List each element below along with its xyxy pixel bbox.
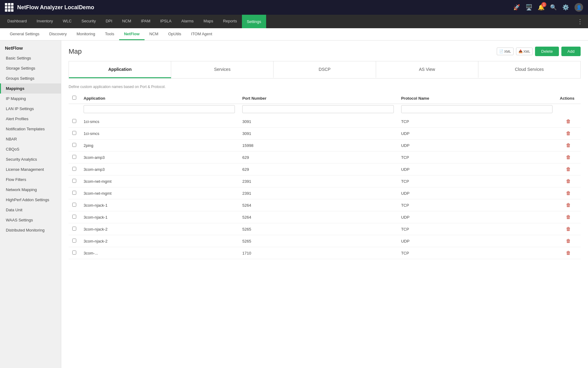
sub-nav-item-oputils[interactable]: OpUtils	[163, 28, 186, 40]
row-delete-icon-0[interactable]: 🗑	[566, 119, 571, 124]
nav-more-icon[interactable]: ⋮	[575, 18, 586, 25]
xml-export-button[interactable]: 📄 XML	[497, 48, 514, 55]
nav-item-reports[interactable]: Reports	[218, 15, 242, 28]
sidebar-item-network[interactable]: Network Mapping	[0, 185, 61, 195]
sub-nav-item-discovery[interactable]: Discovery	[44, 28, 72, 40]
row-delete-icon-1[interactable]: 🗑	[566, 131, 571, 136]
sidebar-item-license[interactable]: License Management	[0, 164, 61, 174]
row-protocol-11: TCP	[398, 247, 556, 259]
row-delete-icon-7[interactable]: 🗑	[566, 202, 571, 208]
row-checkbox-7[interactable]	[72, 203, 76, 207]
top-bar-left: NetFlow Analyzer LocalDemo	[5, 3, 94, 12]
bell-alert-icon[interactable]: 🔔 1	[538, 4, 545, 11]
avatar[interactable]: 👤	[575, 3, 583, 12]
row-checkbox-5[interactable]	[72, 179, 76, 183]
row-checkbox-8[interactable]	[72, 215, 76, 219]
sidebar-item-storage[interactable]: Storage Settings	[0, 63, 61, 73]
row-checkbox-3[interactable]	[72, 155, 76, 159]
nav-item-dpi[interactable]: DPI	[101, 15, 117, 28]
nav-item-inventory[interactable]: Inventory	[32, 15, 58, 28]
row-delete-icon-11[interactable]: 🗑	[566, 250, 571, 255]
nav-item-ipsla[interactable]: IPSLA	[155, 15, 176, 28]
monitor-icon[interactable]: 🖥️	[526, 4, 532, 11]
sub-nav-item-general[interactable]: General Settings	[5, 28, 44, 40]
table-row: 2ping 15998 UDP 🗑	[69, 140, 581, 151]
row-delete-icon-6[interactable]: 🗑	[566, 190, 571, 196]
sidebar-item-ipmapping[interactable]: IP Mapping	[0, 94, 61, 104]
sidebar-item-highperf[interactable]: HighPerf Addon Settings	[0, 195, 61, 205]
row-delete-icon-10[interactable]: 🗑	[566, 238, 571, 243]
sub-nav: General SettingsDiscoveryMonitoringTools…	[0, 28, 588, 40]
nav-item-ncm[interactable]: NCM	[117, 15, 136, 28]
rocket-icon[interactable]: 🚀	[513, 4, 520, 11]
sidebar-item-flow[interactable]: Flow Filters	[0, 174, 61, 185]
row-delete-icon-9[interactable]: 🗑	[566, 226, 571, 232]
row-application-1: 1ci-smcs	[80, 128, 239, 140]
nav-item-settings[interactable]: Settings	[242, 15, 266, 28]
row-protocol-5: TCP	[398, 175, 556, 187]
delete-button[interactable]: Delete	[535, 47, 559, 56]
sidebar-item-security[interactable]: Security Analytics	[0, 154, 61, 164]
row-delete-icon-4[interactable]: 🗑	[566, 167, 571, 172]
row-checkbox-0[interactable]	[72, 119, 76, 123]
row-checkbox-6[interactable]	[72, 191, 76, 195]
table-row: 3com-amp3 629 TCP 🗑	[69, 151, 581, 163]
nav-item-ipam[interactable]: IPAM	[136, 15, 155, 28]
table-row: 1ci-smcs 3091 UDP 🗑	[69, 128, 581, 140]
row-checkbox-2[interactable]	[72, 143, 76, 147]
app-title: NetFlow Analyzer LocalDemo	[17, 4, 94, 11]
row-checkbox-4[interactable]	[72, 167, 76, 171]
row-delete-icon-2[interactable]: 🗑	[566, 143, 571, 148]
row-application-4: 3com-amp3	[80, 163, 239, 175]
table-row: 1ci-smcs 3091 TCP 🗑	[69, 116, 581, 128]
nav-item-alarms[interactable]: Alarms	[176, 15, 198, 28]
nav-item-maps[interactable]: Maps	[198, 15, 218, 28]
row-checkbox-9[interactable]	[72, 227, 76, 231]
add-button[interactable]: Add	[561, 47, 581, 56]
sub-nav-item-ncm[interactable]: NCM	[145, 28, 164, 40]
sub-nav-item-netflow[interactable]: NetFlow	[119, 28, 145, 40]
port-filter-input[interactable]	[242, 105, 394, 113]
sidebar-item-dataunit[interactable]: Data Unit	[0, 205, 61, 215]
xml-import-button[interactable]: 📥 XML	[516, 48, 533, 55]
row-application-5: 3com-net-mgmt	[80, 175, 239, 187]
map-tab-cloudservices[interactable]: Cloud Services	[478, 61, 580, 78]
sub-nav-item-itom[interactable]: ITOM Agent	[186, 28, 217, 40]
row-application-0: 1ci-smcs	[80, 116, 239, 128]
application-filter-input[interactable]	[84, 105, 235, 113]
sidebar-item-nbar[interactable]: NBAR	[0, 134, 61, 144]
sidebar-item-groups[interactable]: Groups Settings	[0, 73, 61, 83]
search-icon[interactable]: 🔍	[550, 4, 557, 11]
map-tab-application[interactable]: Application	[69, 61, 171, 78]
row-delete-icon-5[interactable]: 🗑	[566, 178, 571, 184]
nav-item-dashboard[interactable]: Dashboard	[2, 15, 32, 28]
app-logo	[5, 3, 13, 12]
xml-import-icon: 📥	[518, 49, 523, 53]
sidebar-item-waas[interactable]: WAAS Settings	[0, 215, 61, 225]
sidebar-item-lanip[interactable]: LAN IP Settings	[0, 104, 61, 114]
map-tab-services[interactable]: Services	[171, 61, 273, 78]
select-all-checkbox[interactable]	[72, 96, 76, 100]
sidebar-item-mappings[interactable]: Mappings	[0, 83, 61, 94]
sidebar-item-notification[interactable]: Notification Templates	[0, 124, 61, 134]
sidebar-item-basic[interactable]: Basic Settings	[0, 53, 61, 63]
row-delete-icon-8[interactable]: 🗑	[566, 214, 571, 220]
protocol-header: Protocol Name	[398, 93, 556, 104]
table-row: 3com-amp3 629 UDP 🗑	[69, 163, 581, 175]
sub-nav-item-tools[interactable]: Tools	[100, 28, 119, 40]
settings-icon[interactable]: ⚙️	[562, 4, 569, 11]
nav-item-security[interactable]: Security	[77, 15, 101, 28]
row-checkbox-10[interactable]	[72, 239, 76, 243]
row-delete-icon-3[interactable]: 🗑	[566, 155, 571, 160]
table-row: 3com-njack-1 5264 UDP 🗑	[69, 211, 581, 223]
row-checkbox-1[interactable]	[72, 131, 76, 135]
sidebar-item-distributed[interactable]: Distributed Monitoring	[0, 225, 61, 235]
sidebar-item-alert[interactable]: Alert Profiles	[0, 114, 61, 124]
map-tab-asview[interactable]: AS View	[376, 61, 478, 78]
map-tab-dscp[interactable]: DSCP	[273, 61, 376, 78]
nav-item-wlc[interactable]: WLC	[58, 15, 77, 28]
sub-nav-item-monitoring[interactable]: Monitoring	[72, 28, 100, 40]
row-checkbox-11[interactable]	[72, 251, 76, 255]
protocol-filter-input[interactable]	[401, 105, 552, 113]
sidebar-item-cbqos[interactable]: CBQoS	[0, 144, 61, 154]
